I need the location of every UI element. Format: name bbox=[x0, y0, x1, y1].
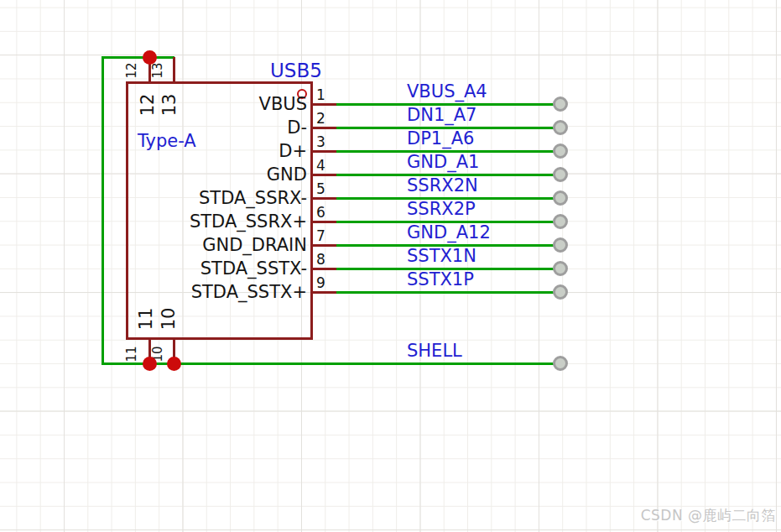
terminal-dot[interactable] bbox=[553, 190, 568, 206]
pin-name-label: D+ bbox=[279, 139, 307, 163]
pin-number-label: 12 bbox=[124, 62, 139, 78]
pin-name-label: 13 bbox=[159, 94, 180, 117]
pin-number-label: 4 bbox=[316, 157, 325, 174]
net-label[interactable]: DN1_A7 bbox=[407, 106, 476, 124]
junction-dot bbox=[143, 50, 157, 65]
pin-name-label: STDA_SSRX+ bbox=[190, 210, 307, 233]
pin-stub-13[interactable] bbox=[173, 57, 175, 81]
terminal-dot[interactable] bbox=[553, 237, 568, 253]
pin-number-label: 11 bbox=[124, 346, 139, 362]
terminal-dot[interactable] bbox=[553, 96, 568, 112]
pin-name-label: D- bbox=[287, 116, 307, 139]
net-label[interactable]: GND_A12 bbox=[407, 223, 491, 242]
pin-number-label: 5 bbox=[316, 180, 325, 197]
pin-name-label: STDA_SSRX- bbox=[199, 186, 307, 210]
pin-name-label: GND_DRAIN bbox=[202, 233, 307, 257]
terminal-dot[interactable] bbox=[553, 214, 568, 229]
terminal-dot[interactable] bbox=[553, 261, 568, 276]
terminal-dot[interactable] bbox=[553, 143, 568, 159]
watermark: CSDN @鹿屿二向箔 bbox=[641, 506, 776, 525]
net-label[interactable]: GND_A1 bbox=[407, 153, 479, 171]
net-label[interactable]: SSTX1N bbox=[407, 247, 476, 265]
pin-name-label: 10 bbox=[159, 308, 179, 331]
pin-name-label: 12 bbox=[138, 94, 158, 117]
schematic-canvas[interactable]: USB5 Type-A 12 13 12 13 11 10 11 10 VBUS… bbox=[0, 0, 781, 532]
pin-number-label: 2 bbox=[316, 110, 325, 127]
pin-number-label: 13 bbox=[150, 62, 165, 78]
pin-number-label: 7 bbox=[316, 227, 325, 244]
net-label[interactable]: SSRX2P bbox=[407, 200, 476, 218]
terminal-dot[interactable] bbox=[553, 356, 568, 371]
pin-name-label: STDA_SSTX- bbox=[200, 257, 307, 280]
wire-left[interactable] bbox=[102, 56, 104, 365]
net-label[interactable]: SSTX1P bbox=[407, 270, 474, 289]
junction-dot bbox=[167, 357, 181, 371]
pin-number-label: 3 bbox=[316, 133, 325, 150]
pin-number-label: 1 bbox=[316, 86, 325, 103]
value-label[interactable]: Type-A bbox=[138, 131, 196, 151]
pin-name-label: STDA_SSTX+ bbox=[191, 280, 307, 304]
pin-name-label: GND bbox=[267, 163, 307, 186]
pin-number-label: 6 bbox=[316, 204, 325, 221]
terminal-dot[interactable] bbox=[553, 284, 568, 300]
pin-name-label: 11 bbox=[136, 308, 156, 331]
pin-number-label: 8 bbox=[316, 251, 325, 268]
pin-name-label: VBUS bbox=[259, 92, 307, 116]
net-label[interactable]: VBUS_A4 bbox=[407, 82, 487, 101]
wire-top[interactable] bbox=[102, 56, 174, 59]
refdes-label[interactable]: USB5 bbox=[270, 60, 322, 81]
net-label-shell[interactable]: SHELL bbox=[407, 342, 462, 360]
terminal-dot[interactable] bbox=[553, 167, 568, 182]
net-label[interactable]: DP1_A6 bbox=[407, 129, 474, 148]
pin-number-label: 9 bbox=[316, 274, 325, 291]
terminal-dot[interactable] bbox=[553, 120, 568, 135]
net-label[interactable]: SSRX2N bbox=[407, 176, 478, 195]
junction-dot bbox=[143, 357, 157, 371]
wire[interactable] bbox=[336, 291, 556, 294]
